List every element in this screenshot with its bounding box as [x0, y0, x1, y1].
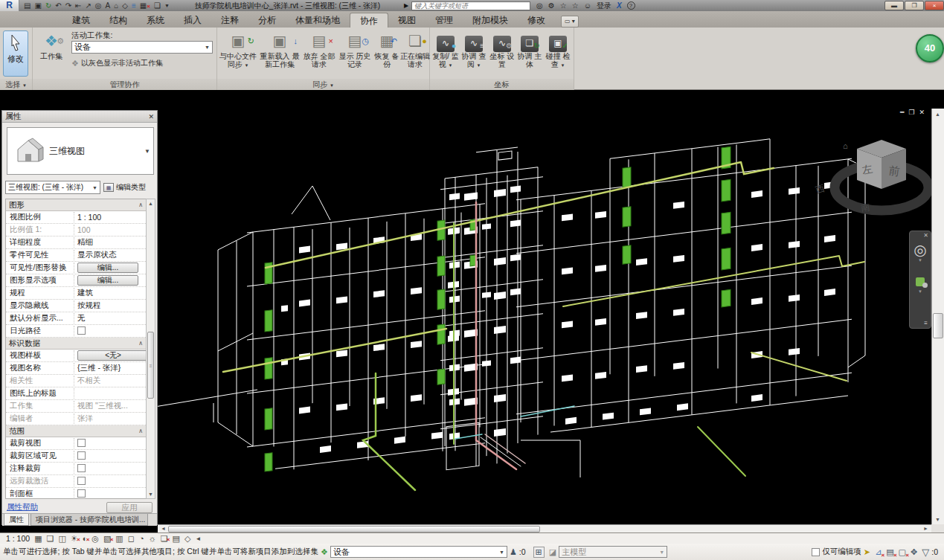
redo-icon[interactable]: ↷ [65, 1, 71, 10]
sync-icon[interactable]: ↻ [45, 1, 51, 10]
far-clip-checkbox[interactable] [77, 477, 86, 485]
tab-addins[interactable]: 附加模块 [463, 13, 518, 28]
panel-sync-label[interactable]: 同步 ▼ [217, 79, 429, 90]
tab-annotate[interactable]: 注释 [211, 13, 248, 28]
worksharing-display-icon[interactable]: ❏× [161, 534, 168, 544]
zoom-tool-icon[interactable] [910, 276, 931, 289]
text-icon[interactable]: A [106, 1, 111, 10]
interference-check-button[interactable]: ▣✓ 碰撞 检查 ▼ [543, 30, 573, 77]
view-cube[interactable]: 左 前 西 南 ⌂ [815, 140, 928, 213]
view-close-icon[interactable]: ✕ [919, 109, 929, 116]
drag-on-selection-icon[interactable]: ✥ [911, 547, 917, 557]
copy-monitor-button[interactable]: ∿● 复制/ 监视 ▼ [431, 30, 460, 77]
tab-properties[interactable]: 属性 [4, 514, 29, 526]
navbar-menu-icon[interactable]: ≡ [924, 320, 928, 326]
palette-scroll-thumb[interactable]: ≡ [147, 332, 154, 399]
maximize-button[interactable]: ❐ [905, 1, 924, 10]
palette-scroll-down-icon[interactable]: ▼ [147, 489, 155, 500]
crop-view-icon[interactable]: ▧× [103, 534, 111, 544]
design-option-combo[interactable]: 主模型▼ [559, 546, 667, 558]
scale-list-icon[interactable]: ▦ [34, 534, 42, 544]
tab-architecture[interactable]: 建筑 [62, 13, 100, 28]
tab-structure[interactable]: 结构 [100, 13, 137, 28]
save-icon[interactable]: ▣ [34, 1, 41, 10]
gray-inactive-toggle[interactable]: ❖ 以灰色显示非活动工作集 [71, 58, 163, 68]
shadows-toggle-icon[interactable]: ◐× [83, 534, 88, 544]
press-drag-icon[interactable]: ➤ [864, 547, 870, 557]
section-box-checkbox[interactable] [77, 489, 86, 498]
editing-requests-icon[interactable]: ♟ [510, 547, 517, 557]
palette-close-icon[interactable]: ✕ [148, 113, 154, 120]
tab-collaborate[interactable]: 协作 [350, 13, 388, 28]
type-selector[interactable]: 三维视图 ▼ [7, 127, 154, 175]
sun-path-checkbox[interactable] [77, 326, 86, 335]
subscription-icon[interactable]: ⚙ [548, 1, 555, 10]
help-icon[interactable]: ? [627, 1, 635, 10]
tab-project-browser[interactable]: 项目浏览器 - 技师学院机电培训... [30, 514, 148, 526]
exchange-icon[interactable]: X [617, 1, 622, 10]
sign-in-icon[interactable]: ☺ [584, 1, 591, 10]
tag-icon[interactable]: ◎ [95, 1, 102, 10]
zoom-flyout-icon[interactable]: ▼ [910, 289, 931, 294]
worksets-button[interactable]: ❖⚙ 工作集 [36, 30, 67, 77]
visual-style-icon[interactable]: ◫ [58, 534, 65, 544]
open-icon[interactable]: ▤ [24, 1, 30, 10]
editable-only-toggle[interactable]: 仅可编辑项 [812, 547, 861, 557]
tab-massing-site[interactable]: 体量和场地 [286, 13, 350, 28]
reveal-hidden-icon[interactable]: ☼ [149, 534, 156, 544]
edit-type-button[interactable]: ▦ 编辑类型 [103, 182, 146, 193]
relinquish-button[interactable]: ▤× 放弃 全部请求 [302, 30, 336, 77]
close-hidden-icon[interactable]: ▦× [140, 1, 150, 10]
tab-view[interactable]: 视图 [388, 13, 426, 28]
coordination-host-button[interactable]: ❏↻ 协调 主体 [516, 30, 543, 77]
active-workset-combo[interactable]: 设备▼ [71, 41, 213, 54]
instance-selector-combo[interactable]: 三维视图: (三维 - 张洋)▼ [5, 181, 100, 194]
section-icon[interactable]: ◇ [122, 1, 128, 10]
scroll-up-icon[interactable]: ▲ [932, 109, 943, 120]
edit-visibility-button[interactable]: 编辑... [77, 263, 138, 273]
design-options-icon[interactable]: ⊞ [533, 547, 545, 558]
tab-manage[interactable]: 管理 [426, 13, 463, 28]
panel-select-label[interactable]: 选择 ▼ [0, 79, 32, 90]
qat-customize-icon[interactable]: ▼ [164, 3, 170, 8]
temporary-hide-icon[interactable]: ◔ [139, 534, 144, 544]
coordination-settings-button[interactable]: ∿⚙ 坐标 设置 [488, 30, 516, 77]
undo-icon[interactable]: ↶ [55, 1, 61, 10]
section-extents[interactable]: 范围∧ [6, 425, 146, 437]
palette-scrollbar[interactable]: ▲ ≡ ▼ [146, 199, 155, 499]
crop-view-checkbox[interactable] [77, 439, 86, 447]
properties-help-link[interactable]: 属性帮助 [7, 502, 38, 512]
tab-systems[interactable]: 系统 [137, 13, 174, 28]
steering-wheel-icon[interactable]: ◎ [910, 242, 931, 258]
palette-header[interactable]: 属性 ✕ [2, 111, 157, 123]
restore-backup-button[interactable]: ▦↶ 恢复 备份 [373, 30, 400, 77]
title-flyout-icon[interactable]: ▶ [401, 2, 411, 9]
favorites-icon[interactable]: ☆ [572, 1, 579, 10]
coordination-review-button[interactable]: ∿≡ 协调 查阅 ▼ [460, 30, 488, 77]
editable-only-checkbox[interactable] [812, 548, 820, 556]
apply-button[interactable]: 应用 [106, 502, 152, 513]
horizontal-scrollbar[interactable]: ◄ ► [158, 524, 931, 532]
dimension-icon[interactable]: ↗ [85, 1, 91, 10]
sign-in-label[interactable]: 登录 [597, 1, 611, 11]
tab-analyze[interactable]: 分析 [248, 13, 286, 28]
temporary-view-properties-icon[interactable]: ▤ [173, 534, 180, 544]
lock-3d-view-icon[interactable]: ◻ [128, 534, 135, 544]
measure-icon[interactable]: ⇤ [75, 1, 81, 10]
filter-icon[interactable]: ▽ [922, 547, 929, 558]
ribbon-display-toggle[interactable]: ▭ ▾ [561, 16, 579, 28]
add-to-set-icon[interactable]: ◪ [549, 547, 556, 557]
editing-requests-button[interactable]: ❏● 正在编辑 请求 [400, 30, 430, 77]
modify-button[interactable]: 修改 [3, 30, 28, 77]
active-workset-status-combo[interactable]: 设备▼ [330, 546, 507, 558]
view-template-button[interactable]: <无> [77, 350, 146, 361]
select-pinned-icon[interactable]: ▢× [899, 547, 906, 557]
search-input[interactable] [411, 1, 530, 10]
show-crop-icon[interactable]: ▥ [115, 534, 123, 544]
render-dialog-icon[interactable]: ◎ [91, 534, 99, 544]
sync-with-central-button[interactable]: ▣↻ 与中心文件 同步 ▼ [219, 30, 257, 77]
vcb-expand-icon[interactable]: ◄ [195, 534, 201, 544]
detail-level-icon[interactable]: ❏ [47, 534, 54, 544]
vertical-scrollbar[interactable]: ▲ ▼ [931, 109, 944, 525]
select-underlay-icon[interactable]: ▤× [886, 547, 893, 557]
